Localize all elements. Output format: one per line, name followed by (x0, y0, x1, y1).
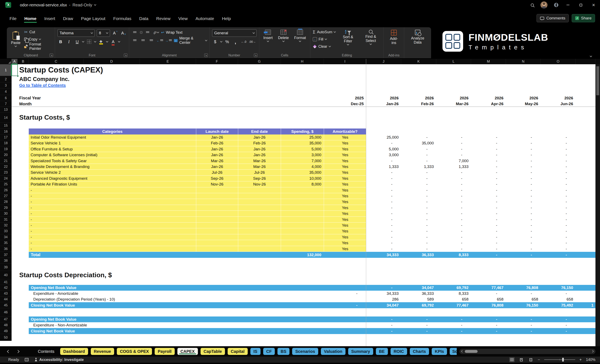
cell-value[interactable]: - (506, 291, 541, 296)
sheet-tab-captable[interactable]: CapTable (201, 348, 225, 355)
table-cell[interactable] (281, 222, 324, 228)
sheet-tab-contents[interactable]: Contents (35, 348, 57, 355)
cell-value[interactable]: - (506, 176, 541, 181)
cell-value[interactable]: - (436, 222, 471, 228)
table-cell[interactable] (238, 199, 281, 205)
sheet-tab-roic[interactable]: ROIC (391, 348, 407, 355)
cell-value[interactable]: Dec-25 (324, 101, 366, 107)
cell-value[interactable]: - (366, 211, 401, 217)
increase-indent-button[interactable]: → (165, 37, 172, 44)
table-cell[interactable] (238, 205, 281, 210)
table-cell[interactable] (281, 205, 324, 210)
cell-value[interactable]: - (401, 158, 436, 164)
cell-value[interactable]: - (401, 234, 436, 240)
cell-value[interactable]: - (471, 217, 506, 222)
cell-value[interactable]: - (436, 328, 471, 334)
table-cell[interactable] (281, 199, 324, 205)
chevron-down-icon[interactable] (94, 3, 96, 6)
wrap-text-button[interactable]: ↩Wrap Text (161, 29, 182, 36)
grow-font-button[interactable]: A^ (112, 30, 118, 36)
table-cell[interactable] (281, 234, 324, 240)
cell-value[interactable]: - (471, 246, 506, 252)
cell-value[interactable]: 8,333 (436, 291, 471, 296)
cell-value[interactable]: - (541, 246, 576, 252)
fill-button[interactable]: ↓Fill (313, 36, 336, 42)
cell-value[interactable]: - (541, 222, 576, 228)
fill-color-chevron[interactable] (106, 40, 108, 42)
clipboard-dialog-launcher[interactable]: ↘ (50, 54, 53, 57)
cell-value[interactable]: - (436, 228, 471, 234)
table-cell[interactable] (281, 228, 324, 234)
borders-menu-chevron[interactable] (94, 40, 96, 42)
cell-value[interactable]: - (541, 187, 576, 193)
cell-value[interactable]: - (366, 158, 401, 164)
minimize-button[interactable] (565, 2, 571, 8)
cell-value[interactable]: - (506, 181, 541, 187)
cell-value[interactable]: 76,808 (471, 302, 506, 308)
cell-value[interactable]: 77,467 (471, 285, 506, 291)
clear-button[interactable]: Clear (313, 44, 336, 49)
table-cell[interactable] (238, 211, 281, 216)
table-cell[interactable] (196, 199, 238, 205)
cell-value[interactable]: - (436, 181, 471, 187)
cell-value[interactable]: 25,000 (366, 135, 401, 140)
cell-value[interactable]: - (471, 164, 506, 170)
cell-value[interactable]: 36,333 (401, 252, 436, 258)
table-cell[interactable]: Yes (324, 240, 366, 246)
sheet-tab-revenue[interactable]: Revenue (91, 348, 114, 355)
cell-value[interactable]: 658 (471, 296, 506, 302)
table-cell[interactable]: Jan-26 (238, 152, 281, 158)
cell-value[interactable]: - (506, 246, 541, 252)
cell-value[interactable]: - (541, 240, 576, 246)
cell-value[interactable]: - (401, 193, 436, 199)
font-dialog-launcher[interactable]: ↘ (124, 54, 127, 57)
table-cell[interactable]: 35,000 (281, 170, 324, 175)
cell-value[interactable]: - (471, 152, 506, 158)
search-icon[interactable] (531, 3, 534, 7)
italic-button[interactable]: I (66, 39, 72, 45)
table-cell[interactable]: Yes (324, 146, 366, 152)
align-left-button[interactable] (132, 37, 138, 44)
cell-value[interactable]: - (506, 193, 541, 199)
delete-cells-button[interactable]: Delete (276, 29, 291, 42)
cell-value[interactable]: 2026 (506, 95, 541, 101)
cell-value[interactable]: 35,000 (401, 140, 436, 146)
cell-value[interactable]: 589 (401, 296, 436, 302)
cut-button[interactable]: ✂Cut (24, 29, 52, 35)
table-cell[interactable] (196, 205, 238, 210)
decrease-indent-button[interactable]: ← (157, 37, 163, 44)
cell-value[interactable]: Mar-26 (436, 101, 471, 107)
table-header-3[interactable]: Spending, $ (281, 128, 324, 135)
cell-value[interactable]: - (436, 322, 471, 328)
table-cell[interactable]: Yes (324, 205, 366, 210)
currency-button[interactable]: $ (212, 39, 218, 45)
cell-value[interactable]: - (436, 205, 471, 211)
cell-value[interactable]: - (366, 328, 401, 334)
table-header-1[interactable]: Launch date (196, 128, 238, 135)
table-cell[interactable]: Nov-26 (238, 181, 281, 187)
cell-value[interactable]: - (436, 187, 471, 193)
cell-value[interactable]: - (471, 291, 506, 296)
cell-value[interactable]: - (436, 234, 471, 240)
currency-chevron[interactable] (220, 40, 222, 42)
cell-value[interactable]: 132,000 (281, 252, 324, 258)
table-cell[interactable] (196, 240, 238, 246)
cell-value[interactable]: - (366, 240, 401, 246)
insert-cells-button[interactable]: Insert (262, 29, 274, 42)
cell-value[interactable]: Feb-26 (401, 101, 436, 107)
table-header-2[interactable]: End date (238, 128, 281, 135)
cell-value[interactable]: - (401, 246, 436, 252)
cell-value[interactable]: - (471, 193, 506, 199)
percent-button[interactable]: % (224, 39, 230, 45)
zoom-level[interactable]: 140% (586, 358, 595, 362)
scroll-right-arrow[interactable] (591, 350, 594, 353)
cell-value[interactable]: - (436, 176, 471, 181)
table-cell[interactable] (196, 193, 238, 199)
cell-value[interactable]: - (436, 246, 471, 252)
cell-value[interactable]: - (541, 158, 576, 164)
macro-record-icon[interactable] (25, 358, 28, 361)
table-cell[interactable]: Yes (324, 164, 366, 169)
cell-value[interactable]: - (436, 135, 471, 140)
cell-value[interactable]: 75,492 (541, 302, 576, 308)
cell-value[interactable]: - (471, 252, 506, 258)
